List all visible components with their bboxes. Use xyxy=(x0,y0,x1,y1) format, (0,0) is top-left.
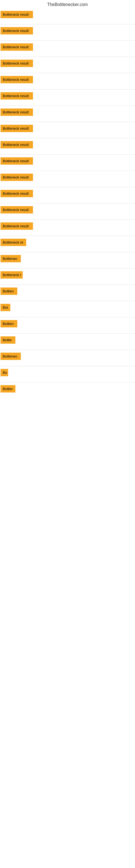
result-row: Bottleneck result xyxy=(0,220,135,236)
bottleneck-result-badge[interactable]: Bottleneck r xyxy=(1,271,23,279)
result-row: Bottlenec xyxy=(0,252,135,269)
result-row: Bottleneck result xyxy=(0,8,135,24)
bottleneck-result-badge[interactable]: Bottleneck result xyxy=(1,27,33,34)
result-row: Bottleneck result xyxy=(0,41,135,57)
bottleneck-result-badge[interactable]: Bottlen xyxy=(1,320,17,328)
bottleneck-result-badge[interactable]: Bottlen xyxy=(1,287,17,295)
result-row: Bo xyxy=(0,366,135,382)
result-row: Bottleneck result xyxy=(0,171,135,187)
site-title: TheBottlenecker.com xyxy=(0,0,135,8)
result-row: Bottleneck re xyxy=(0,236,135,252)
result-row: Bottleneck result xyxy=(0,73,135,90)
result-row: Bottleneck result xyxy=(0,57,135,73)
bottleneck-result-badge[interactable]: Bottleneck result xyxy=(1,125,33,132)
result-row: Bottlenec xyxy=(0,350,135,366)
result-row: Bot xyxy=(0,301,135,317)
bottleneck-result-badge[interactable]: Bottlenec xyxy=(1,352,21,360)
bottleneck-result-badge[interactable]: Bottleneck result xyxy=(1,60,33,67)
bottleneck-result-badge[interactable]: Bottleneck result xyxy=(1,76,33,83)
result-row: Bottleneck result xyxy=(0,24,135,41)
result-row: Bottleneck r xyxy=(0,269,135,285)
bottleneck-result-badge[interactable]: Bottleneck result xyxy=(1,11,33,18)
bottleneck-result-badge[interactable]: Bottleneck result xyxy=(1,174,33,181)
result-row: Bottlen xyxy=(0,317,135,334)
bottleneck-result-badge[interactable]: Bottle xyxy=(1,336,15,344)
result-row: Bottle xyxy=(0,334,135,350)
bottleneck-result-badge[interactable]: Bottleneck result xyxy=(1,43,33,51)
bottleneck-result-badge[interactable]: Bottler xyxy=(1,385,15,393)
result-row: Bottleneck result xyxy=(0,122,135,138)
result-row: Bottler xyxy=(0,382,135,399)
bottleneck-result-badge[interactable]: Bo xyxy=(1,369,8,376)
bottleneck-result-badge[interactable]: Bottleneck result xyxy=(1,92,33,99)
bottleneck-result-badge[interactable]: Bottleneck result xyxy=(1,222,33,230)
result-row: Bottleneck result xyxy=(0,138,135,155)
bottleneck-result-badge[interactable]: Bottleneck result xyxy=(1,190,33,197)
bottleneck-result-badge[interactable]: Bottleneck result xyxy=(1,157,33,165)
result-row: Bottleneck result xyxy=(0,106,135,122)
bottleneck-result-badge[interactable]: Bottleneck result xyxy=(1,141,33,148)
result-row: Bottleneck result xyxy=(0,155,135,171)
result-row: Bottleneck result xyxy=(0,90,135,106)
bottleneck-result-badge[interactable]: Bot xyxy=(1,304,10,311)
result-row: Bottlen xyxy=(0,285,135,301)
bottleneck-result-badge[interactable]: Bottleneck re xyxy=(1,239,26,246)
bottleneck-result-badge[interactable]: Bottlenec xyxy=(1,255,21,262)
result-row: Bottleneck result xyxy=(0,187,135,204)
result-row: Bottleneck result xyxy=(0,204,135,220)
bottleneck-result-badge[interactable]: Bottleneck result xyxy=(1,206,33,214)
bottleneck-result-badge[interactable]: Bottleneck result xyxy=(1,108,33,116)
